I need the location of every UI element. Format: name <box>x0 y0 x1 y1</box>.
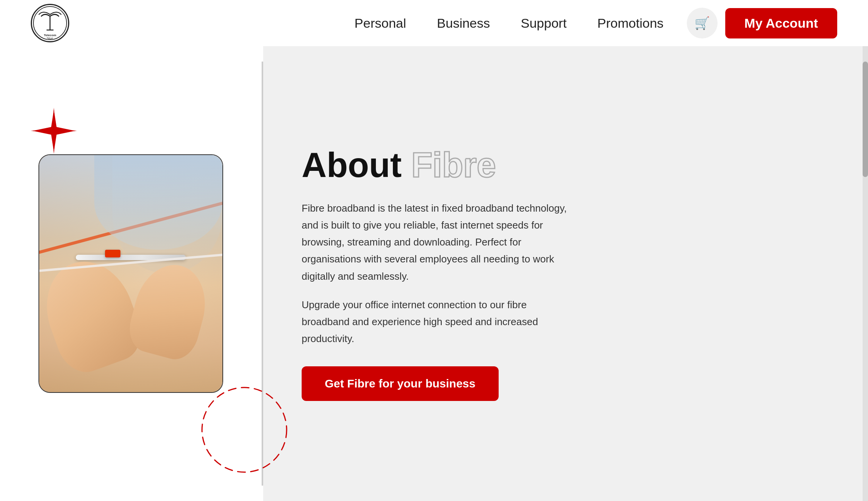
logo[interactable]: Telecom Niue <box>31 4 69 42</box>
scrollbar-track <box>863 0 868 501</box>
header: Telecom Niue Personal Business Support P… <box>0 0 868 46</box>
main-nav: Personal Business Support Promotions <box>354 16 663 31</box>
cart-icon: 🛒 <box>694 16 710 30</box>
title-outline-part: Fibre <box>411 146 496 184</box>
svg-point-5 <box>202 387 287 472</box>
hero-description-1: Fibre broadband is the latest in fixed b… <box>302 200 571 285</box>
my-account-button[interactable]: My Account <box>725 8 837 38</box>
header-actions: 🛒 My Account <box>687 8 837 38</box>
nav-business[interactable]: Business <box>437 16 490 31</box>
right-section: About Fibre Fibre broadband is the lates… <box>263 46 868 501</box>
nav-personal[interactable]: Personal <box>354 16 406 31</box>
nav-support[interactable]: Support <box>521 16 567 31</box>
main-content: About Fibre Fibre broadband is the lates… <box>0 46 868 501</box>
dashed-circle-decoration <box>196 382 292 478</box>
hero-title: About Fibre <box>302 146 571 184</box>
nav-promotions[interactable]: Promotions <box>598 16 664 31</box>
red-star-decoration <box>31 108 77 154</box>
get-fibre-button[interactable]: Get Fibre for your business <box>302 366 499 401</box>
left-section <box>0 46 262 501</box>
fiber-image-card <box>38 154 223 393</box>
svg-text:Niue: Niue <box>47 37 53 40</box>
hero-description-2: Upgrade your office internet connection … <box>302 296 571 347</box>
title-bold-part: About <box>302 146 411 184</box>
logo-area: Telecom Niue <box>31 4 69 42</box>
cart-button[interactable]: 🛒 <box>687 8 718 38</box>
hero-content: About Fibre Fibre broadband is the lates… <box>302 146 571 401</box>
scrollbar-thumb[interactable] <box>863 62 868 177</box>
